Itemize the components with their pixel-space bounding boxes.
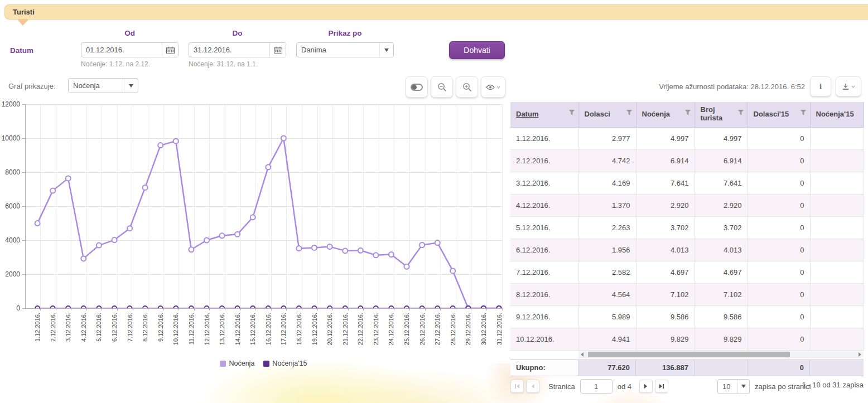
tab-turisti[interactable]: Turisti xyxy=(4,4,868,20)
filter-icon[interactable] xyxy=(626,110,633,116)
svg-text:13.12.2016.: 13.12.2016. xyxy=(219,313,225,345)
scroll-right-icon[interactable] xyxy=(856,351,864,358)
graf-prikazuje-select[interactable]: Noćenja xyxy=(68,78,138,93)
tab-pointer-icon xyxy=(17,19,29,26)
cell-value: 0 xyxy=(748,216,810,239)
cell-date: 8.12.2016. xyxy=(510,283,578,305)
column-header-1[interactable]: Datum xyxy=(510,102,578,127)
svg-text:8.12.2016.: 8.12.2016. xyxy=(142,313,148,342)
legend-label: Noćenja xyxy=(229,360,254,367)
table-row[interactable]: 5.12.2016.2.2633.7023.7020 xyxy=(510,216,864,239)
table-row[interactable]: 6.12.2016.1.9564.0134.0130 xyxy=(510,239,864,261)
cell-value: 0 xyxy=(748,239,810,261)
previous-page-button[interactable] xyxy=(526,380,539,393)
cell-value: 4.013 xyxy=(695,239,748,261)
legend-item[interactable]: Noćenja xyxy=(220,360,254,367)
table-row[interactable]: 10.12.2016.4.9419.8299.8290 xyxy=(510,328,864,350)
graf-prikazuje-value: Noćenja xyxy=(69,81,124,90)
date-from-hint: Noćenje: 1.12. na 2.12. xyxy=(81,60,150,68)
filter-icon[interactable] xyxy=(568,110,575,116)
scrollbar-track[interactable] xyxy=(586,351,856,358)
svg-text:0: 0 xyxy=(16,304,20,312)
cell-value: 4.169 xyxy=(578,172,636,194)
tab-label: Turisti xyxy=(13,8,35,16)
zoom-out-button[interactable] xyxy=(431,76,453,98)
dohvati-button[interactable]: Dohvati xyxy=(449,41,505,59)
cell-value: 2.263 xyxy=(578,216,636,239)
page-number-input[interactable] xyxy=(580,379,613,394)
line-chart[interactable]: 0200040006000800010000120001.12.2016.2.1… xyxy=(0,99,509,368)
column-header-label: Noćenja xyxy=(642,110,671,118)
svg-text:22.12.2016.: 22.12.2016. xyxy=(357,313,364,345)
svg-text:16.12.2016.: 16.12.2016. xyxy=(265,313,272,345)
next-page-button[interactable] xyxy=(639,380,653,393)
date-to-input[interactable] xyxy=(189,43,269,57)
first-page-button[interactable] xyxy=(510,380,524,393)
calendar-icon[interactable] xyxy=(269,43,286,57)
table-row[interactable]: 3.12.2016.4.1697.6417.6410 xyxy=(510,172,864,194)
chart-legend: NoćenjaNoćenja'15 xyxy=(25,360,502,367)
date-from-input[interactable] xyxy=(81,43,162,57)
svg-text:9.12.2016.: 9.12.2016. xyxy=(157,313,164,342)
chevron-down-icon xyxy=(379,43,393,57)
chevron-down-icon xyxy=(124,79,138,93)
cell-value: 2.920 xyxy=(636,194,695,216)
svg-text:6000: 6000 xyxy=(5,202,20,210)
table-horizontal-scrollbar[interactable] xyxy=(578,351,864,358)
totals-value xyxy=(695,360,748,376)
info-button[interactable]: i xyxy=(810,76,831,96)
cell-value: 6.914 xyxy=(695,149,748,172)
legend-label: Noćenja'15 xyxy=(272,360,307,367)
column-header-2[interactable]: Dolasci xyxy=(578,102,636,127)
cell-date: 6.12.2016. xyxy=(510,239,578,261)
column-header-5[interactable]: Dolasci'15 xyxy=(748,102,810,127)
last-page-button[interactable] xyxy=(655,380,668,393)
svg-text:26.12.2016.: 26.12.2016. xyxy=(419,313,426,345)
info-icon: i xyxy=(819,82,822,91)
legend-item[interactable]: Noćenja'15 xyxy=(263,360,307,367)
cell-value: 9.586 xyxy=(695,305,748,328)
column-header-4[interactable]: Broj turista xyxy=(695,102,748,127)
series-1 xyxy=(35,306,501,310)
table-row[interactable]: 2.12.2016.4.7426.9146.9140 xyxy=(510,149,864,172)
totals-value: 77.620 xyxy=(578,360,636,376)
cell-value: 2.582 xyxy=(578,261,636,283)
svg-text:23.12.2016.: 23.12.2016. xyxy=(373,313,379,345)
chart-toggle-button[interactable] xyxy=(406,76,428,98)
series-visibility-button[interactable] xyxy=(481,76,505,98)
table-row[interactable]: 1.12.2016.2.9774.9974.9970 xyxy=(510,127,864,149)
cell-date: 3.12.2016. xyxy=(510,172,578,194)
cell-value: 1.956 xyxy=(578,239,636,261)
table-row[interactable]: 8.12.2016.4.5647.1027.1020 xyxy=(510,283,864,305)
cell-value xyxy=(810,149,864,172)
cell-value: 4.564 xyxy=(578,283,636,305)
prikaz-po-value: Danima xyxy=(297,46,379,54)
od-column-label: Od xyxy=(81,29,179,37)
filter-icon[interactable] xyxy=(684,110,691,116)
filter-icon[interactable] xyxy=(737,110,744,116)
table-row[interactable]: 9.12.2016.5.9899.5869.5860 xyxy=(510,305,864,328)
table-row[interactable]: 7.12.2016.2.5824.6974.6970 xyxy=(510,261,864,283)
svg-text:17.12.2016.: 17.12.2016. xyxy=(280,313,287,345)
svg-text:8000: 8000 xyxy=(5,168,20,176)
pagination-bar: Stranica od 4 10 zapisa po stranici 1 - … xyxy=(510,378,864,395)
prikaz-po-select[interactable]: Danima xyxy=(296,42,394,57)
cell-value xyxy=(810,216,864,239)
table-row[interactable]: 4.12.2016.1.3702.9202.9200 xyxy=(510,194,864,216)
cell-value: 5.989 xyxy=(578,305,636,328)
cell-value: 0 xyxy=(748,194,810,216)
totals-value xyxy=(810,360,864,376)
scroll-left-icon[interactable] xyxy=(578,351,586,358)
filter-icon[interactable] xyxy=(800,110,807,116)
column-header-3[interactable]: Noćenja xyxy=(636,102,695,127)
export-button[interactable] xyxy=(836,76,861,96)
cell-value: 4.941 xyxy=(578,328,636,350)
calendar-icon[interactable] xyxy=(162,43,178,57)
page-size-select[interactable]: 10 xyxy=(717,379,750,394)
cell-date: 4.12.2016. xyxy=(510,194,578,216)
scrollbar-thumb[interactable] xyxy=(588,352,790,357)
next-page-icon xyxy=(643,383,649,389)
zoom-in-button[interactable] xyxy=(456,76,478,98)
column-header-6[interactable]: Noćenja'15 xyxy=(810,102,864,127)
svg-text:19.12.2016.: 19.12.2016. xyxy=(311,313,318,345)
